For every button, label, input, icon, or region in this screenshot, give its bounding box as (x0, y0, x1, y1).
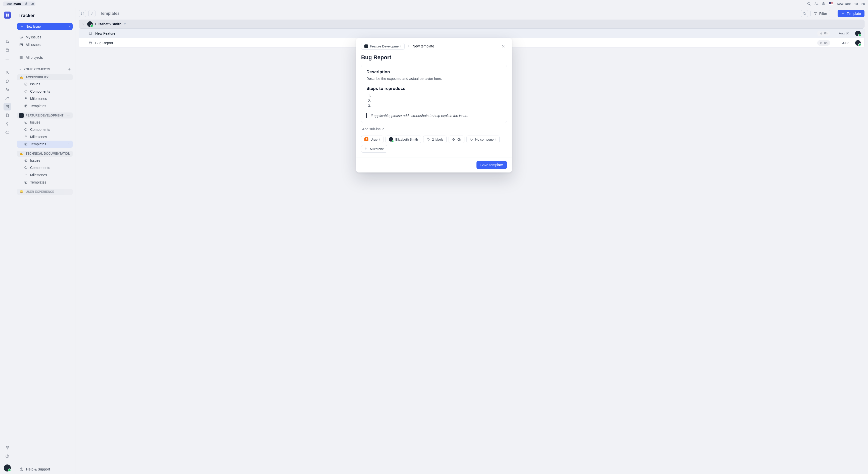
user-avatar[interactable] (4, 465, 11, 472)
rail-calendar[interactable] (3, 46, 11, 54)
video-icon[interactable] (30, 2, 34, 5)
new-issue-dropdown[interactable] (66, 23, 73, 30)
step-item: - (372, 93, 502, 98)
new-issue-button[interactable]: New issue (17, 23, 66, 30)
new-template-button[interactable]: Template (838, 10, 865, 17)
featuredev-issues[interactable]: Issues (17, 119, 73, 126)
add-sub-issue-button[interactable]: Add sub-issue (356, 126, 512, 136)
project-more-button[interactable] (67, 114, 71, 117)
add-project-button[interactable] (68, 68, 71, 71)
help-icon (20, 467, 24, 471)
my-issues-link[interactable]: My issues (17, 33, 73, 41)
svg-rect-31 (25, 181, 27, 183)
project-feature-development[interactable]: FEATURE DEVELOPMENT (17, 112, 73, 118)
accessibility-components[interactable]: Components (17, 88, 73, 95)
list-icon (19, 56, 23, 60)
rail-ideas[interactable] (3, 120, 11, 128)
project-user-experience[interactable]: 😀 USER EXPERIENCE (17, 189, 73, 195)
header-search-button[interactable] (801, 10, 808, 17)
theme-icon[interactable] (822, 2, 825, 5)
component-chip[interactable]: No component (466, 136, 500, 143)
accessibility-milestones[interactable]: Milestones (17, 95, 73, 102)
description-editor[interactable]: Description Describe the expected and ac… (361, 65, 507, 123)
rail-notifications[interactable] (3, 38, 11, 45)
rail-profile[interactable] (3, 69, 11, 76)
filter-button[interactable]: Filter (810, 10, 830, 17)
assignee-chip[interactable]: Elizabeth Smith (385, 136, 421, 143)
breadcrumb-project[interactable]: Feature Development (361, 43, 405, 50)
rail-menu[interactable] (3, 29, 11, 37)
all-projects-link[interactable]: All projects (17, 54, 73, 61)
my-issues-label: My issues (26, 35, 41, 39)
svg-point-21 (21, 37, 22, 38)
milestone-chip[interactable]: Milestone (361, 145, 387, 153)
estimate-chip[interactable]: 0h (448, 136, 464, 143)
rail-team[interactable] (3, 86, 11, 93)
featuredev-milestones[interactable]: Milestones (17, 133, 73, 140)
close-button[interactable] (500, 43, 507, 50)
svg-rect-4 (6, 13, 7, 15)
template-title[interactable]: Bug Report (356, 52, 512, 65)
template-icon (24, 180, 28, 184)
project-emoji: 😀 (19, 190, 24, 194)
new-issue-label: New issue (26, 25, 41, 28)
svg-rect-23 (25, 83, 27, 85)
font-size-icon[interactable]: Aa (814, 2, 818, 5)
techdoc-milestones[interactable]: Milestones (17, 171, 73, 178)
rail-tracker[interactable] (3, 103, 11, 110)
sort-button[interactable] (79, 10, 86, 17)
assignee-avatar-icon (389, 137, 393, 142)
mic-icon[interactable] (24, 2, 28, 5)
featuredev-components[interactable]: Components (17, 126, 73, 133)
tag-icon (427, 138, 430, 141)
rail-settings[interactable] (3, 444, 11, 451)
assignee-avatar[interactable] (855, 40, 861, 46)
rail-people[interactable] (3, 94, 11, 102)
featuredev-templates[interactable]: Templates (17, 141, 73, 148)
rail-cloud[interactable] (3, 129, 11, 136)
labels-chip[interactable]: 2 labels (423, 136, 446, 143)
assignee-avatar[interactable] (855, 31, 861, 36)
rail-chat[interactable] (3, 77, 11, 85)
time-2: 20 (862, 2, 865, 6)
estimate-chip[interactable]: 0h (817, 31, 830, 36)
accessibility-issues[interactable]: Issues (17, 80, 73, 88)
group-header[interactable]: Elizabeth Smith 2 (79, 20, 865, 29)
rail-help[interactable] (3, 452, 11, 460)
all-issues-link[interactable]: All issues (17, 41, 73, 48)
steps-list: - - - (372, 93, 502, 108)
help-support-link[interactable]: Help & Support (17, 464, 73, 474)
settings-view-button[interactable] (89, 10, 95, 17)
estimate-chip[interactable]: 0h (817, 40, 830, 46)
app-logo[interactable] (4, 11, 11, 19)
workspace-switcher[interactable]: Floor Main (3, 1, 35, 6)
project-emoji (19, 113, 24, 118)
flag-us-icon[interactable] (829, 2, 833, 5)
techdoc-components[interactable]: Components (17, 164, 73, 171)
save-template-button[interactable]: Save template (476, 161, 507, 169)
floor-label: Floor (4, 2, 12, 6)
rail-stats[interactable] (3, 55, 11, 62)
your-projects-header[interactable]: YOUR PROJECTS (17, 66, 73, 73)
chevron-down-icon (19, 68, 22, 71)
template-icon (89, 41, 92, 45)
svg-rect-22 (20, 43, 23, 46)
search-icon (803, 12, 806, 15)
accessibility-templates[interactable]: Templates (17, 102, 73, 109)
svg-point-26 (69, 115, 69, 116)
template-row[interactable]: New Feature 0h Aug 30 (79, 29, 865, 38)
techdoc-templates[interactable]: Templates (17, 179, 73, 186)
sidebar: Tracker New issue My issues All issues A… (14, 7, 75, 474)
stopwatch-icon (820, 41, 823, 44)
diamond-icon (470, 138, 473, 141)
techdoc-issues[interactable]: Issues (17, 157, 73, 164)
template-icon (89, 32, 92, 35)
priority-chip[interactable]: ! Urgent (361, 136, 383, 143)
project-technical-documentation[interactable]: ✍️ TECHNICAL DOCUMENTATION (17, 150, 73, 157)
target-icon (19, 35, 23, 39)
diamond-icon (24, 90, 28, 93)
search-icon[interactable] (807, 2, 811, 6)
rail-docs[interactable] (3, 111, 11, 119)
project-accessibility[interactable]: ✍️ ACCESSIBILITY (17, 74, 73, 80)
svg-rect-29 (25, 143, 27, 145)
